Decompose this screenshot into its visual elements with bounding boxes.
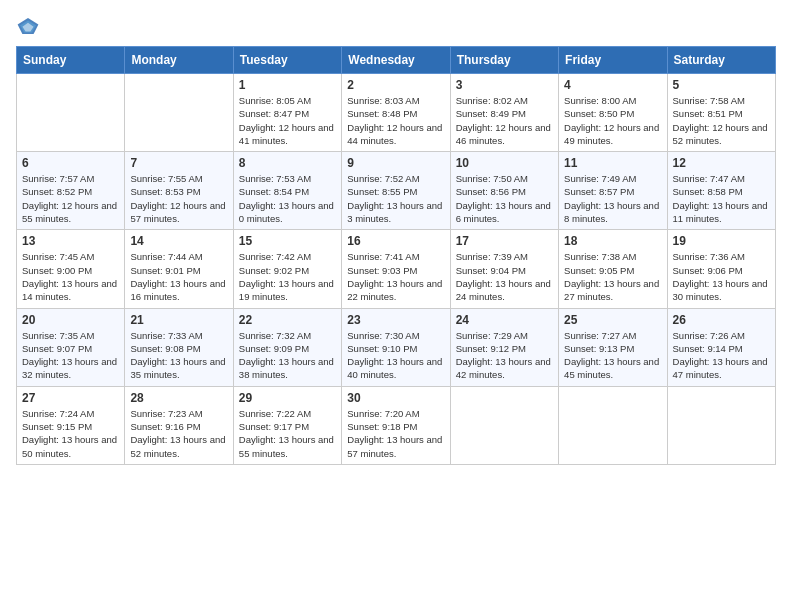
day-info: Sunrise: 7:42 AMSunset: 9:02 PMDaylight:… xyxy=(239,250,336,303)
calendar-day-cell: 1Sunrise: 8:05 AMSunset: 8:47 PMDaylight… xyxy=(233,74,341,152)
calendar-day-cell: 29Sunrise: 7:22 AMSunset: 9:17 PMDayligh… xyxy=(233,386,341,464)
calendar-week-row: 27Sunrise: 7:24 AMSunset: 9:15 PMDayligh… xyxy=(17,386,776,464)
calendar-day-cell: 2Sunrise: 8:03 AMSunset: 8:48 PMDaylight… xyxy=(342,74,450,152)
day-number: 30 xyxy=(347,391,444,405)
day-number: 5 xyxy=(673,78,770,92)
logo xyxy=(16,16,44,36)
calendar-week-row: 6Sunrise: 7:57 AMSunset: 8:52 PMDaylight… xyxy=(17,152,776,230)
day-info: Sunrise: 7:45 AMSunset: 9:00 PMDaylight:… xyxy=(22,250,119,303)
day-info: Sunrise: 8:05 AMSunset: 8:47 PMDaylight:… xyxy=(239,94,336,147)
day-info: Sunrise: 7:32 AMSunset: 9:09 PMDaylight:… xyxy=(239,329,336,382)
calendar-day-cell: 5Sunrise: 7:58 AMSunset: 8:51 PMDaylight… xyxy=(667,74,775,152)
calendar-week-row: 13Sunrise: 7:45 AMSunset: 9:00 PMDayligh… xyxy=(17,230,776,308)
calendar-header-row: SundayMondayTuesdayWednesdayThursdayFrid… xyxy=(17,47,776,74)
day-number: 15 xyxy=(239,234,336,248)
day-number: 20 xyxy=(22,313,119,327)
calendar-day-cell: 28Sunrise: 7:23 AMSunset: 9:16 PMDayligh… xyxy=(125,386,233,464)
day-info: Sunrise: 7:30 AMSunset: 9:10 PMDaylight:… xyxy=(347,329,444,382)
calendar-day-cell: 4Sunrise: 8:00 AMSunset: 8:50 PMDaylight… xyxy=(559,74,667,152)
day-info: Sunrise: 7:47 AMSunset: 8:58 PMDaylight:… xyxy=(673,172,770,225)
day-of-week-header: Saturday xyxy=(667,47,775,74)
calendar-day-cell: 23Sunrise: 7:30 AMSunset: 9:10 PMDayligh… xyxy=(342,308,450,386)
calendar-day-cell: 17Sunrise: 7:39 AMSunset: 9:04 PMDayligh… xyxy=(450,230,558,308)
day-info: Sunrise: 7:58 AMSunset: 8:51 PMDaylight:… xyxy=(673,94,770,147)
calendar-day-cell xyxy=(667,386,775,464)
calendar-day-cell: 7Sunrise: 7:55 AMSunset: 8:53 PMDaylight… xyxy=(125,152,233,230)
day-number: 6 xyxy=(22,156,119,170)
day-info: Sunrise: 7:26 AMSunset: 9:14 PMDaylight:… xyxy=(673,329,770,382)
day-info: Sunrise: 7:41 AMSunset: 9:03 PMDaylight:… xyxy=(347,250,444,303)
day-number: 24 xyxy=(456,313,553,327)
day-info: Sunrise: 7:20 AMSunset: 9:18 PMDaylight:… xyxy=(347,407,444,460)
calendar-week-row: 1Sunrise: 8:05 AMSunset: 8:47 PMDaylight… xyxy=(17,74,776,152)
calendar-day-cell xyxy=(450,386,558,464)
calendar-day-cell: 26Sunrise: 7:26 AMSunset: 9:14 PMDayligh… xyxy=(667,308,775,386)
calendar-day-cell: 15Sunrise: 7:42 AMSunset: 9:02 PMDayligh… xyxy=(233,230,341,308)
day-info: Sunrise: 7:52 AMSunset: 8:55 PMDaylight:… xyxy=(347,172,444,225)
day-info: Sunrise: 8:00 AMSunset: 8:50 PMDaylight:… xyxy=(564,94,661,147)
day-number: 7 xyxy=(130,156,227,170)
day-number: 17 xyxy=(456,234,553,248)
day-info: Sunrise: 7:38 AMSunset: 9:05 PMDaylight:… xyxy=(564,250,661,303)
calendar-day-cell: 6Sunrise: 7:57 AMSunset: 8:52 PMDaylight… xyxy=(17,152,125,230)
logo-icon xyxy=(16,16,40,36)
day-of-week-header: Thursday xyxy=(450,47,558,74)
calendar-day-cell: 22Sunrise: 7:32 AMSunset: 9:09 PMDayligh… xyxy=(233,308,341,386)
day-info: Sunrise: 7:24 AMSunset: 9:15 PMDaylight:… xyxy=(22,407,119,460)
day-of-week-header: Sunday xyxy=(17,47,125,74)
calendar-day-cell: 16Sunrise: 7:41 AMSunset: 9:03 PMDayligh… xyxy=(342,230,450,308)
calendar-day-cell: 30Sunrise: 7:20 AMSunset: 9:18 PMDayligh… xyxy=(342,386,450,464)
day-number: 13 xyxy=(22,234,119,248)
day-info: Sunrise: 8:02 AMSunset: 8:49 PMDaylight:… xyxy=(456,94,553,147)
calendar-day-cell: 14Sunrise: 7:44 AMSunset: 9:01 PMDayligh… xyxy=(125,230,233,308)
day-info: Sunrise: 7:50 AMSunset: 8:56 PMDaylight:… xyxy=(456,172,553,225)
day-info: Sunrise: 7:55 AMSunset: 8:53 PMDaylight:… xyxy=(130,172,227,225)
day-number: 16 xyxy=(347,234,444,248)
day-info: Sunrise: 7:29 AMSunset: 9:12 PMDaylight:… xyxy=(456,329,553,382)
day-number: 1 xyxy=(239,78,336,92)
calendar-day-cell: 20Sunrise: 7:35 AMSunset: 9:07 PMDayligh… xyxy=(17,308,125,386)
calendar-day-cell xyxy=(17,74,125,152)
day-number: 11 xyxy=(564,156,661,170)
calendar-day-cell: 9Sunrise: 7:52 AMSunset: 8:55 PMDaylight… xyxy=(342,152,450,230)
day-number: 2 xyxy=(347,78,444,92)
day-number: 19 xyxy=(673,234,770,248)
day-number: 14 xyxy=(130,234,227,248)
calendar-day-cell: 25Sunrise: 7:27 AMSunset: 9:13 PMDayligh… xyxy=(559,308,667,386)
calendar-day-cell xyxy=(125,74,233,152)
day-number: 27 xyxy=(22,391,119,405)
day-number: 21 xyxy=(130,313,227,327)
day-number: 10 xyxy=(456,156,553,170)
calendar-day-cell: 18Sunrise: 7:38 AMSunset: 9:05 PMDayligh… xyxy=(559,230,667,308)
day-info: Sunrise: 7:27 AMSunset: 9:13 PMDaylight:… xyxy=(564,329,661,382)
day-number: 9 xyxy=(347,156,444,170)
day-number: 3 xyxy=(456,78,553,92)
calendar-day-cell xyxy=(559,386,667,464)
day-number: 28 xyxy=(130,391,227,405)
day-number: 29 xyxy=(239,391,336,405)
calendar-day-cell: 11Sunrise: 7:49 AMSunset: 8:57 PMDayligh… xyxy=(559,152,667,230)
day-number: 26 xyxy=(673,313,770,327)
calendar-week-row: 20Sunrise: 7:35 AMSunset: 9:07 PMDayligh… xyxy=(17,308,776,386)
calendar-day-cell: 8Sunrise: 7:53 AMSunset: 8:54 PMDaylight… xyxy=(233,152,341,230)
calendar-day-cell: 21Sunrise: 7:33 AMSunset: 9:08 PMDayligh… xyxy=(125,308,233,386)
day-info: Sunrise: 7:44 AMSunset: 9:01 PMDaylight:… xyxy=(130,250,227,303)
calendar-table: SundayMondayTuesdayWednesdayThursdayFrid… xyxy=(16,46,776,465)
calendar-day-cell: 24Sunrise: 7:29 AMSunset: 9:12 PMDayligh… xyxy=(450,308,558,386)
day-info: Sunrise: 7:57 AMSunset: 8:52 PMDaylight:… xyxy=(22,172,119,225)
day-number: 22 xyxy=(239,313,336,327)
day-info: Sunrise: 7:39 AMSunset: 9:04 PMDaylight:… xyxy=(456,250,553,303)
day-info: Sunrise: 7:33 AMSunset: 9:08 PMDaylight:… xyxy=(130,329,227,382)
day-number: 25 xyxy=(564,313,661,327)
day-number: 18 xyxy=(564,234,661,248)
day-info: Sunrise: 7:35 AMSunset: 9:07 PMDaylight:… xyxy=(22,329,119,382)
day-of-week-header: Tuesday xyxy=(233,47,341,74)
calendar-day-cell: 19Sunrise: 7:36 AMSunset: 9:06 PMDayligh… xyxy=(667,230,775,308)
day-info: Sunrise: 7:22 AMSunset: 9:17 PMDaylight:… xyxy=(239,407,336,460)
day-number: 23 xyxy=(347,313,444,327)
calendar-day-cell: 3Sunrise: 8:02 AMSunset: 8:49 PMDaylight… xyxy=(450,74,558,152)
day-info: Sunrise: 7:53 AMSunset: 8:54 PMDaylight:… xyxy=(239,172,336,225)
day-number: 4 xyxy=(564,78,661,92)
calendar-day-cell: 27Sunrise: 7:24 AMSunset: 9:15 PMDayligh… xyxy=(17,386,125,464)
day-number: 12 xyxy=(673,156,770,170)
